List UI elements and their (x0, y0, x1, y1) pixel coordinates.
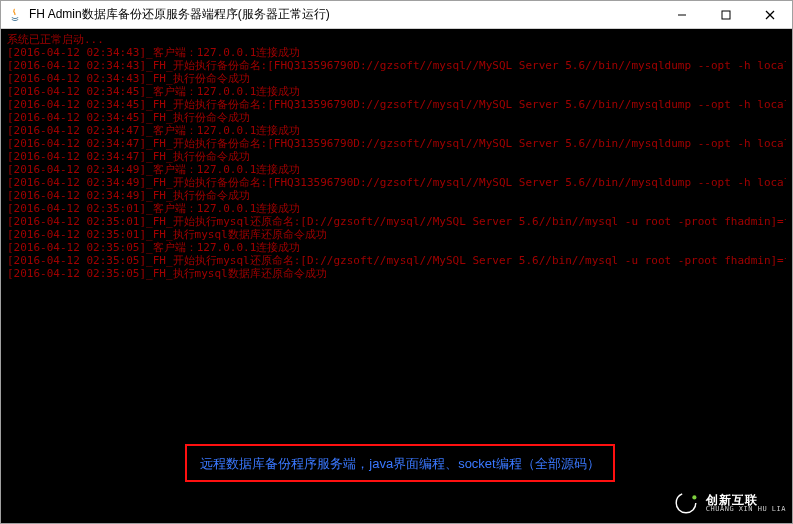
console-line: 系统已正常启动... (7, 33, 786, 46)
watermark-cn: 创新互联 (706, 494, 786, 506)
console-line: [2016-04-12 02:34:43]_客户端：127.0.0.1连接成功 (7, 46, 786, 59)
titlebar[interactable]: FH Admin数据库备份还原服务器端程序(服务器正常运行) (1, 1, 792, 29)
console-line: [2016-04-12 02:35:01]_客户端：127.0.0.1连接成功 (7, 202, 786, 215)
console-line: [2016-04-12 02:34:47]_客户端：127.0.0.1连接成功 (7, 124, 786, 137)
console-line: [2016-04-12 02:34:43]_FH_开始执行备份命名:[FHQ31… (7, 59, 786, 72)
console-line: [2016-04-12 02:34:43]_FH_执行份命令成功 (7, 72, 786, 85)
console-line: [2016-04-12 02:34:45]_FH_执行份命令成功 (7, 111, 786, 124)
console-line: [2016-04-12 02:34:47]_FH_执行份命令成功 (7, 150, 786, 163)
console-line: [2016-04-12 02:35:05]_FH_执行mysql数据库还原命令成… (7, 267, 786, 280)
console-line: [2016-04-12 02:35:05]_FH_开始执行mysql还原命名:[… (7, 254, 786, 267)
svg-rect-1 (722, 11, 730, 19)
watermark-text: 创新互联 CHUANG XIN HU LIA (706, 494, 786, 513)
console-line: [2016-04-12 02:34:49]_FH_执行份命令成功 (7, 189, 786, 202)
minimize-button[interactable] (660, 1, 704, 28)
app-window: FH Admin数据库备份还原服务器端程序(服务器正常运行) 系统已正常启动..… (0, 0, 793, 524)
console-line: [2016-04-12 02:34:49]_客户端：127.0.0.1连接成功 (7, 163, 786, 176)
annotation-text: 远程数据库备份程序服务端，java界面编程、socket编程（全部源码） (200, 457, 599, 470)
console-line: [2016-04-12 02:34:45]_客户端：127.0.0.1连接成功 (7, 85, 786, 98)
watermark: 创新互联 CHUANG XIN HU LIA (672, 489, 786, 517)
console-output: 系统已正常启动...[2016-04-12 02:34:43]_客户端：127.… (1, 29, 792, 523)
console-line: [2016-04-12 02:35:05]_客户端：127.0.0.1连接成功 (7, 241, 786, 254)
console-line: [2016-04-12 02:35:01]_FH_开始执行mysql还原命名:[… (7, 215, 786, 228)
close-button[interactable] (748, 1, 792, 28)
watermark-logo-icon (672, 489, 700, 517)
annotation-box: 远程数据库备份程序服务端，java界面编程、socket编程（全部源码） (185, 444, 615, 482)
maximize-button[interactable] (704, 1, 748, 28)
console-line: [2016-04-12 02:35:01]_FH_执行mysql数据库还原命令成… (7, 228, 786, 241)
svg-point-5 (692, 495, 696, 499)
console-line: [2016-04-12 02:34:49]_FH_开始执行备份命名:[FHQ31… (7, 176, 786, 189)
watermark-en: CHUANG XIN HU LIA (706, 506, 786, 513)
java-app-icon (7, 7, 23, 23)
window-controls (660, 1, 792, 28)
window-title: FH Admin数据库备份还原服务器端程序(服务器正常运行) (29, 6, 660, 23)
console-line: [2016-04-12 02:34:45]_FH_开始执行备份命名:[FHQ31… (7, 98, 786, 111)
console-line: [2016-04-12 02:34:47]_FH_开始执行备份命名:[FHQ31… (7, 137, 786, 150)
